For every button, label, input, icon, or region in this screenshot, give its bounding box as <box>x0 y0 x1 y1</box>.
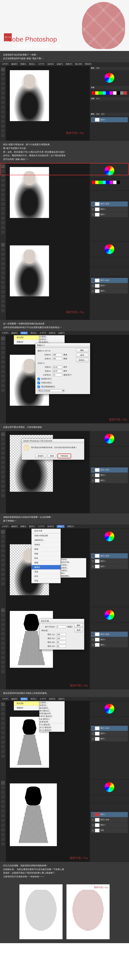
tool[interactable] <box>1 456 5 460</box>
tool[interactable] <box>1 257 5 261</box>
resample-checkbox[interactable] <box>37 385 40 388</box>
tool[interactable] <box>1 641 5 645</box>
doc-width-input[interactable] <box>53 366 62 369</box>
menu-image[interactable]: 图像(I) <box>21 63 26 65</box>
text-tool[interactable] <box>1 115 5 118</box>
tool[interactable] <box>1 248 5 251</box>
tool[interactable] <box>1 791 5 794</box>
marquee-tool[interactable] <box>1 73 5 76</box>
ps-canvas[interactable]: 模式(M) 调整(A) 位图(B)... 灰度(G)... 双色调(D)... … <box>6 701 90 780</box>
tool[interactable] <box>1 475 5 479</box>
stamp-tool[interactable] <box>1 101 5 104</box>
tool[interactable] <box>1 805 5 808</box>
tool[interactable] <box>1 267 5 270</box>
tool[interactable] <box>1 577 5 581</box>
mode-bitmap[interactable]: 位图(B)... <box>40 336 65 338</box>
gradient-tool[interactable] <box>1 110 5 114</box>
tool[interactable] <box>1 484 5 488</box>
tool[interactable] <box>1 670 5 673</box>
tool[interactable] <box>1 489 5 493</box>
layer-row[interactable]: 图层 0 副本 <box>91 726 128 731</box>
tool[interactable] <box>1 243 5 247</box>
layer-row[interactable]: 图层 0 副本 <box>91 468 128 473</box>
filter-stylize[interactable]: 风格化 <box>32 542 61 547</box>
tool[interactable] <box>1 461 5 465</box>
ch4-input[interactable] <box>56 645 66 648</box>
tool[interactable] <box>1 750 5 753</box>
color-wheel[interactable] <box>105 434 114 444</box>
menu-view[interactable]: 视图(V) <box>66 63 72 65</box>
filter-gallery[interactable]: 滤镜库(G)... <box>32 538 61 542</box>
tool[interactable] <box>1 433 5 436</box>
tool[interactable] <box>1 646 5 650</box>
resolution-input[interactable] <box>53 374 62 376</box>
tab-color[interactable]: 颜色 <box>91 67 94 69</box>
ch2-input[interactable] <box>56 637 66 640</box>
tool[interactable] <box>1 290 5 294</box>
tool[interactable] <box>1 365 5 369</box>
swatch[interactable] <box>113 91 116 95</box>
tool[interactable] <box>1 388 5 392</box>
tool[interactable] <box>1 466 5 469</box>
flatten-button[interactable]: 拼合(F) <box>35 454 46 458</box>
tool[interactable] <box>1 665 5 668</box>
tool[interactable] <box>1 786 5 789</box>
tool[interactable] <box>1 174 5 178</box>
tool[interactable] <box>1 833 5 836</box>
layer-row[interactable]: 图层 1 <box>91 564 128 569</box>
height-input[interactable] <box>53 357 62 360</box>
swatch[interactable] <box>110 91 113 95</box>
px-mosaic[interactable]: 马赛克... <box>61 569 86 572</box>
color-wheel[interactable] <box>105 73 114 83</box>
menu-help[interactable]: 帮助(H) <box>85 63 92 65</box>
tool[interactable] <box>1 231 5 234</box>
tool[interactable] <box>1 535 5 538</box>
tool[interactable] <box>1 309 5 312</box>
filter-smart[interactable]: 转换为智能滤镜 <box>32 533 61 538</box>
tool[interactable] <box>1 712 5 716</box>
layer-visibility-icon[interactable] <box>92 213 94 216</box>
tool[interactable] <box>1 384 5 387</box>
menu-filter[interactable]: 滤镜(T) <box>57 63 63 65</box>
tool[interactable] <box>1 447 5 450</box>
hand-tool[interactable] <box>1 129 5 132</box>
tool[interactable] <box>1 623 5 626</box>
tool[interactable] <box>1 530 5 534</box>
constrain-checkbox[interactable] <box>37 382 40 384</box>
ps-canvas[interactable]: 素材中国 c-Top <box>6 66 90 141</box>
tool[interactable] <box>1 193 5 196</box>
dont-flatten-button[interactable]: 不拼合(D) <box>58 454 71 458</box>
tool[interactable] <box>1 609 5 612</box>
tool[interactable] <box>1 262 5 266</box>
tool[interactable] <box>1 736 5 739</box>
layer-row[interactable]: 图层 0 副本 <box>91 278 128 283</box>
filter-render[interactable]: 渲染 <box>32 570 61 574</box>
swatch[interactable] <box>92 91 95 95</box>
tool[interactable] <box>1 470 5 474</box>
tool[interactable] <box>1 452 5 455</box>
tab-channels[interactable]: 通道 <box>96 113 100 115</box>
layer-row[interactable]: 背景 <box>91 828 128 833</box>
layer-row[interactable]: 图层 0 <box>91 822 128 828</box>
tool[interactable] <box>1 754 5 758</box>
tool[interactable] <box>1 651 5 654</box>
tool[interactable] <box>1 717 5 720</box>
tool[interactable] <box>1 726 5 730</box>
tool[interactable] <box>1 731 5 734</box>
tool[interactable] <box>1 370 5 373</box>
tool[interactable] <box>1 637 5 640</box>
swatches-panel[interactable] <box>90 179 129 191</box>
ps-canvas[interactable] <box>6 163 90 242</box>
menu-type[interactable]: 文字(Y) <box>38 63 45 65</box>
ps-canvas[interactable]: 彩色半调 转换为智能滤镜 滤镜库(G)... 风格化 模糊 扭曲 锐化 视频 像… <box>6 528 90 607</box>
tool[interactable] <box>1 707 5 711</box>
px-halftone[interactable]: 彩色半调... <box>61 561 86 564</box>
swatches-panel[interactable] <box>90 89 129 97</box>
tool[interactable] <box>1 613 5 617</box>
px-fragment[interactable]: 碎片 <box>61 572 86 575</box>
tool[interactable] <box>1 837 5 841</box>
px-mezzotint[interactable]: 铜版雕刻... <box>61 575 86 578</box>
tool[interactable] <box>1 360 5 364</box>
tool[interactable] <box>1 221 5 224</box>
tool[interactable] <box>1 346 5 350</box>
